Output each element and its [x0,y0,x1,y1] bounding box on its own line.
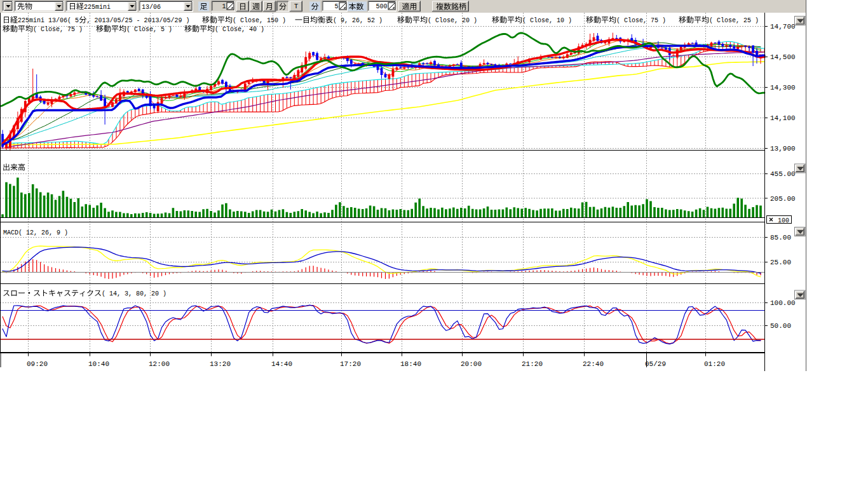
svg-text:( Close, 150 ): ( Close, 150 ) [233,17,286,24]
svg-text:( 14, 3, 80, 20 ): ( 14, 3, 80, 20 ) [102,290,166,297]
svg-text:500: 500 [376,3,387,10]
svg-text:09:20: 09:20 [27,360,48,368]
svg-text:( Close, 75 ): ( Close, 75 ) [33,26,83,33]
svg-text:14,100: 14,100 [770,114,796,122]
svg-text:100: 100 [778,217,789,224]
svg-text:85.00: 85.00 [770,234,791,241]
svg-text:25.00: 25.00 [770,259,791,266]
svg-text:13:20: 13:20 [210,360,231,368]
svg-text:205.00: 205.00 [770,195,796,203]
svg-text:1: 1 [222,3,226,10]
svg-text:01:20: 01:20 [704,360,725,368]
svg-text:21:20: 21:20 [522,360,543,368]
svg-text:05/29: 05/29 [645,360,666,368]
svg-text:14:40: 14:40 [271,360,292,368]
svg-text:( Close, 25 ): ( Close, 25 ) [709,17,759,24]
svg-text:MACD( 12, 26, 9 ): MACD( 12, 26, 9 ) [3,229,68,236]
svg-text:17:20: 17:20 [340,360,361,368]
svg-text:5: 5 [334,3,338,10]
svg-text:20:00: 20:00 [461,360,482,368]
svg-text:14,500: 14,500 [770,53,796,61]
svg-text:22:40: 22:40 [583,360,604,368]
svg-text:( Close, 5 ): ( Close, 5 ) [126,26,172,33]
svg-text:14,700: 14,700 [770,23,796,30]
svg-text:( Close, 40 ): ( Close, 40 ) [215,26,264,33]
svg-text:10:40: 10:40 [88,360,109,368]
svg-text:50.00: 50.00 [770,322,791,330]
svg-text:T: T [294,3,299,10]
svg-text:225mini 13/06( 5: 225mini 13/06( 5 [18,17,79,24]
svg-text:12:00: 12:00 [149,360,170,368]
svg-text:( Close, 75 ): ( Close, 75 ) [616,17,666,24]
svg-text:( 9, 26, 52 ): ( 9, 26, 52 ) [333,17,383,24]
svg-text:455.00: 455.00 [770,170,796,178]
svg-text:, 2013/05/25 - 2013/05/29 ): , 2013/05/25 - 2013/05/29 ) [86,17,189,24]
svg-text:100.00: 100.00 [770,299,796,307]
svg-text:13,900: 13,900 [770,145,796,152]
svg-text:13/06: 13/06 [142,4,161,11]
svg-text:18:40: 18:40 [400,360,421,368]
svg-text:( Close, 20 ): ( Close, 20 ) [428,17,477,24]
svg-text:225mini: 225mini [84,4,111,11]
svg-text:14,300: 14,300 [770,84,796,92]
svg-text:( Close, 10 ): ( Close, 10 ) [522,17,572,24]
